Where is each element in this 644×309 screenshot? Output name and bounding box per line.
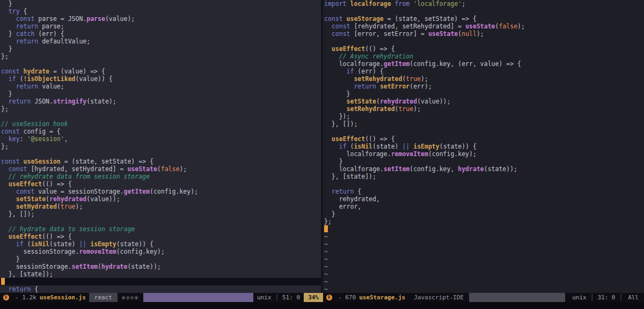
editor-split: } try { const parse = JSON.parse(value);… xyxy=(0,0,644,293)
separator: │ xyxy=(619,294,623,301)
code-line: sessionStorage.setItem(hydrate(state)); xyxy=(1,263,321,270)
code-line: return value; xyxy=(1,83,321,90)
code-line: if (!isObjectLiked(value)) { xyxy=(1,75,321,83)
separator: │ xyxy=(275,294,279,301)
tilde-line: ~ xyxy=(324,278,644,285)
right-filename: useStorage.js xyxy=(359,294,405,301)
code-line: useEffect(() => { xyxy=(324,45,644,53)
code-line: }; xyxy=(1,53,321,60)
code-line: return parse; xyxy=(1,23,321,30)
block-cursor xyxy=(324,225,328,232)
code-line: } xyxy=(324,90,644,98)
diagnostics-icons: ⊗⊘⊙⊗ xyxy=(118,295,143,300)
code-line: setRehydrated(true); xyxy=(324,105,644,113)
code-line: } xyxy=(1,0,321,8)
code-line xyxy=(1,218,321,225)
tilde-line: ~ xyxy=(324,240,644,248)
code-line: }, []); xyxy=(1,210,321,218)
code-line xyxy=(1,113,321,120)
tilde-line: ~ xyxy=(324,233,644,240)
code-line xyxy=(324,38,644,45)
code-line: setHydrated(true); xyxy=(1,203,321,210)
code-line: const useSession = (state, setState) => … xyxy=(1,158,321,165)
filetype-badge: react xyxy=(89,293,118,302)
right-editor-pane[interactable]: import localforage from 'localforage';co… xyxy=(323,0,644,293)
code-line xyxy=(324,8,644,15)
right-code-buffer: import localforage from 'localforage';co… xyxy=(323,0,644,293)
vim-editor: } try { const parse = JSON.parse(value);… xyxy=(0,0,644,309)
left-filename: useSession.js xyxy=(40,294,86,301)
left-file-info: - 1.2kuseSession.js xyxy=(12,294,89,301)
code-line: setState(rehydrated(value)); xyxy=(1,195,321,203)
code-line: } xyxy=(1,45,321,53)
code-line xyxy=(324,180,644,188)
code-line: localforage.removeItem(config.key); xyxy=(324,150,644,158)
code-line: useEffect(() => { xyxy=(1,233,321,240)
code-line: return { xyxy=(324,188,644,195)
code-line: if (err) { xyxy=(324,68,644,75)
scroll-indicator: All xyxy=(623,294,644,301)
code-line: } xyxy=(1,90,321,98)
code-line: // useSession hook xyxy=(1,120,321,128)
code-line: }, [state]); xyxy=(324,173,644,180)
code-line: return JSON.stringify(state); xyxy=(1,98,321,105)
tilde-line: ~ xyxy=(324,263,644,270)
code-line: }; xyxy=(1,143,321,150)
code-line: localforage.getItem(config.key, (err, va… xyxy=(324,60,644,68)
code-line: const [rehydrated, setRehydrated] = useS… xyxy=(324,23,644,30)
right-file-info: - 670useStorage.js xyxy=(335,294,408,301)
tilde-line: ~ xyxy=(324,248,644,255)
code-line: setState(rehydrated(value)); xyxy=(324,98,644,105)
code-line: const value = sessionStorage.getItem(con… xyxy=(1,188,321,195)
code-line: if (isNil(state) || isEmpty(state)) { xyxy=(1,240,321,248)
code-line: return { xyxy=(1,285,321,293)
code-line: }); xyxy=(324,113,644,120)
code-line: } xyxy=(324,158,644,165)
code-line: } xyxy=(324,210,644,218)
code-line: key: '@session', xyxy=(1,135,321,143)
file-size: - 1.2k xyxy=(15,294,36,301)
code-line: // hydrate data to session storage xyxy=(1,225,321,233)
command-line xyxy=(0,302,644,309)
code-line: const config = { xyxy=(1,128,321,135)
status-circle-icon: 0 xyxy=(3,295,9,300)
file-size: - 670 xyxy=(338,294,356,301)
right-indicator: 0 xyxy=(323,293,335,302)
tilde-line: ~ xyxy=(324,270,644,278)
scroll-percent-badge: 34% xyxy=(304,293,323,302)
code-line: useEffect(() => { xyxy=(324,135,644,143)
code-line xyxy=(1,150,321,158)
code-line: rehydrated, xyxy=(324,195,644,203)
left-editor-pane[interactable]: } try { const parse = JSON.parse(value);… xyxy=(0,0,321,293)
tilde-line: ~ xyxy=(324,255,644,263)
left-indicator: 0 xyxy=(0,293,12,302)
code-line: try { xyxy=(1,8,321,15)
code-line: }; xyxy=(1,105,321,113)
left-code-buffer: } try { const parse = JSON.parse(value);… xyxy=(0,0,321,293)
code-line: sessionStorage.removeItem(config.key); xyxy=(1,248,321,255)
code-line: const parse = JSON.parse(value); xyxy=(1,15,321,23)
left-statusline: 0 - 1.2kuseSession.js react ⊗⊘⊙⊗ unix │ … xyxy=(0,293,323,302)
code-line: } catch (err) { xyxy=(1,30,321,38)
status-circle-icon: 0 xyxy=(326,295,332,300)
left-cursor-position: 51: 0 xyxy=(279,294,304,301)
code-line: import localforage from 'localforage'; xyxy=(324,0,644,8)
code-line xyxy=(324,128,644,135)
code-line xyxy=(1,60,321,68)
right-cursor-position: 31: 0 xyxy=(594,294,619,301)
code-line: setRehydrated(true); xyxy=(324,75,644,83)
code-line: return defaultValue; xyxy=(1,38,321,45)
right-statusline: 0 - 670useStorage.js Javascript-IDE unix… xyxy=(323,293,644,302)
file-format: unix xyxy=(253,294,275,301)
statusline-fill xyxy=(469,293,565,302)
tilde-line: ~ xyxy=(324,285,644,293)
code-line: const [error, setError] = useState(null)… xyxy=(324,30,644,38)
code-line: return setError(err); xyxy=(324,83,644,90)
code-line: const hydrate = (value) => { xyxy=(1,68,321,75)
code-line: // Async rehydration xyxy=(324,53,644,60)
code-line xyxy=(0,278,321,285)
code-line: const useStorage = (state, setState) => … xyxy=(324,15,644,23)
code-line: // rehydrate data from session storage xyxy=(1,173,321,180)
statusline-fill xyxy=(143,293,253,302)
code-line: useEffect(() => { xyxy=(1,180,321,188)
